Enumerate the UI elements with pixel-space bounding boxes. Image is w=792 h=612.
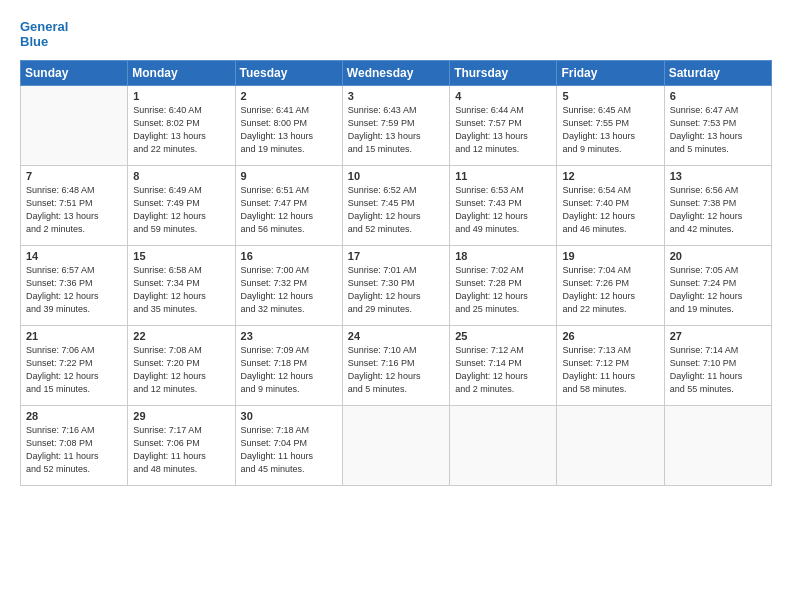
day-info: Sunrise: 7:01 AM Sunset: 7:30 PM Dayligh…: [348, 264, 444, 316]
calendar-cell: 29Sunrise: 7:17 AM Sunset: 7:06 PM Dayli…: [128, 405, 235, 485]
calendar-cell: 15Sunrise: 6:58 AM Sunset: 7:34 PM Dayli…: [128, 245, 235, 325]
day-number: 8: [133, 170, 229, 182]
calendar-header-row: SundayMondayTuesdayWednesdayThursdayFrid…: [21, 60, 772, 85]
day-info: Sunrise: 6:45 AM Sunset: 7:55 PM Dayligh…: [562, 104, 658, 156]
calendar-cell: 7Sunrise: 6:48 AM Sunset: 7:51 PM Daylig…: [21, 165, 128, 245]
day-info: Sunrise: 6:51 AM Sunset: 7:47 PM Dayligh…: [241, 184, 337, 236]
calendar-cell: 16Sunrise: 7:00 AM Sunset: 7:32 PM Dayli…: [235, 245, 342, 325]
logo: General Blue GeneralBlue: [20, 20, 68, 50]
day-number: 27: [670, 330, 766, 342]
calendar-cell: [450, 405, 557, 485]
header: General Blue GeneralBlue: [20, 16, 772, 50]
day-number: 2: [241, 90, 337, 102]
calendar-table: SundayMondayTuesdayWednesdayThursdayFrid…: [20, 60, 772, 486]
day-info: Sunrise: 6:49 AM Sunset: 7:49 PM Dayligh…: [133, 184, 229, 236]
day-number: 20: [670, 250, 766, 262]
day-info: Sunrise: 7:09 AM Sunset: 7:18 PM Dayligh…: [241, 344, 337, 396]
calendar-cell: 30Sunrise: 7:18 AM Sunset: 7:04 PM Dayli…: [235, 405, 342, 485]
day-info: Sunrise: 6:58 AM Sunset: 7:34 PM Dayligh…: [133, 264, 229, 316]
calendar-cell: 22Sunrise: 7:08 AM Sunset: 7:20 PM Dayli…: [128, 325, 235, 405]
day-header-thursday: Thursday: [450, 60, 557, 85]
day-info: Sunrise: 7:12 AM Sunset: 7:14 PM Dayligh…: [455, 344, 551, 396]
calendar-cell: 3Sunrise: 6:43 AM Sunset: 7:59 PM Daylig…: [342, 85, 449, 165]
day-number: 29: [133, 410, 229, 422]
calendar-cell: 21Sunrise: 7:06 AM Sunset: 7:22 PM Dayli…: [21, 325, 128, 405]
calendar-cell: 13Sunrise: 6:56 AM Sunset: 7:38 PM Dayli…: [664, 165, 771, 245]
calendar-week-4: 21Sunrise: 7:06 AM Sunset: 7:22 PM Dayli…: [21, 325, 772, 405]
day-number: 12: [562, 170, 658, 182]
day-number: 25: [455, 330, 551, 342]
day-info: Sunrise: 7:14 AM Sunset: 7:10 PM Dayligh…: [670, 344, 766, 396]
day-number: 19: [562, 250, 658, 262]
day-number: 17: [348, 250, 444, 262]
day-number: 7: [26, 170, 122, 182]
day-info: Sunrise: 7:05 AM Sunset: 7:24 PM Dayligh…: [670, 264, 766, 316]
day-number: 28: [26, 410, 122, 422]
day-number: 16: [241, 250, 337, 262]
day-number: 15: [133, 250, 229, 262]
day-info: Sunrise: 6:52 AM Sunset: 7:45 PM Dayligh…: [348, 184, 444, 236]
day-info: Sunrise: 6:43 AM Sunset: 7:59 PM Dayligh…: [348, 104, 444, 156]
day-header-sunday: Sunday: [21, 60, 128, 85]
calendar-cell: 11Sunrise: 6:53 AM Sunset: 7:43 PM Dayli…: [450, 165, 557, 245]
calendar-cell: [557, 405, 664, 485]
calendar-cell: 10Sunrise: 6:52 AM Sunset: 7:45 PM Dayli…: [342, 165, 449, 245]
calendar-week-1: 1Sunrise: 6:40 AM Sunset: 8:02 PM Daylig…: [21, 85, 772, 165]
day-number: 3: [348, 90, 444, 102]
page: General Blue GeneralBlue SundayMondayTue…: [0, 0, 792, 612]
day-number: 10: [348, 170, 444, 182]
calendar-cell: 2Sunrise: 6:41 AM Sunset: 8:00 PM Daylig…: [235, 85, 342, 165]
calendar-cell: 18Sunrise: 7:02 AM Sunset: 7:28 PM Dayli…: [450, 245, 557, 325]
day-info: Sunrise: 6:47 AM Sunset: 7:53 PM Dayligh…: [670, 104, 766, 156]
calendar-cell: 24Sunrise: 7:10 AM Sunset: 7:16 PM Dayli…: [342, 325, 449, 405]
calendar-cell: 25Sunrise: 7:12 AM Sunset: 7:14 PM Dayli…: [450, 325, 557, 405]
calendar-cell: 8Sunrise: 6:49 AM Sunset: 7:49 PM Daylig…: [128, 165, 235, 245]
calendar-cell: 1Sunrise: 6:40 AM Sunset: 8:02 PM Daylig…: [128, 85, 235, 165]
day-number: 22: [133, 330, 229, 342]
day-info: Sunrise: 7:08 AM Sunset: 7:20 PM Dayligh…: [133, 344, 229, 396]
day-number: 18: [455, 250, 551, 262]
day-info: Sunrise: 6:44 AM Sunset: 7:57 PM Dayligh…: [455, 104, 551, 156]
day-number: 9: [241, 170, 337, 182]
day-info: Sunrise: 6:41 AM Sunset: 8:00 PM Dayligh…: [241, 104, 337, 156]
day-header-friday: Friday: [557, 60, 664, 85]
day-info: Sunrise: 7:02 AM Sunset: 7:28 PM Dayligh…: [455, 264, 551, 316]
day-number: 5: [562, 90, 658, 102]
day-header-monday: Monday: [128, 60, 235, 85]
day-number: 6: [670, 90, 766, 102]
calendar-week-2: 7Sunrise: 6:48 AM Sunset: 7:51 PM Daylig…: [21, 165, 772, 245]
day-number: 4: [455, 90, 551, 102]
day-header-wednesday: Wednesday: [342, 60, 449, 85]
calendar-cell: [664, 405, 771, 485]
day-info: Sunrise: 6:56 AM Sunset: 7:38 PM Dayligh…: [670, 184, 766, 236]
calendar-cell: [21, 85, 128, 165]
day-header-saturday: Saturday: [664, 60, 771, 85]
day-info: Sunrise: 7:10 AM Sunset: 7:16 PM Dayligh…: [348, 344, 444, 396]
calendar-week-3: 14Sunrise: 6:57 AM Sunset: 7:36 PM Dayli…: [21, 245, 772, 325]
calendar-cell: [342, 405, 449, 485]
day-info: Sunrise: 7:17 AM Sunset: 7:06 PM Dayligh…: [133, 424, 229, 476]
calendar-cell: 6Sunrise: 6:47 AM Sunset: 7:53 PM Daylig…: [664, 85, 771, 165]
calendar-week-5: 28Sunrise: 7:16 AM Sunset: 7:08 PM Dayli…: [21, 405, 772, 485]
day-header-tuesday: Tuesday: [235, 60, 342, 85]
day-number: 30: [241, 410, 337, 422]
calendar-cell: 23Sunrise: 7:09 AM Sunset: 7:18 PM Dayli…: [235, 325, 342, 405]
day-info: Sunrise: 7:16 AM Sunset: 7:08 PM Dayligh…: [26, 424, 122, 476]
calendar-cell: 4Sunrise: 6:44 AM Sunset: 7:57 PM Daylig…: [450, 85, 557, 165]
calendar-cell: 20Sunrise: 7:05 AM Sunset: 7:24 PM Dayli…: [664, 245, 771, 325]
day-number: 24: [348, 330, 444, 342]
day-info: Sunrise: 7:06 AM Sunset: 7:22 PM Dayligh…: [26, 344, 122, 396]
calendar-cell: 17Sunrise: 7:01 AM Sunset: 7:30 PM Dayli…: [342, 245, 449, 325]
day-info: Sunrise: 6:53 AM Sunset: 7:43 PM Dayligh…: [455, 184, 551, 236]
calendar-cell: 19Sunrise: 7:04 AM Sunset: 7:26 PM Dayli…: [557, 245, 664, 325]
day-info: Sunrise: 6:40 AM Sunset: 8:02 PM Dayligh…: [133, 104, 229, 156]
day-number: 13: [670, 170, 766, 182]
logo-text: GeneralBlue: [20, 20, 68, 50]
calendar-cell: 5Sunrise: 6:45 AM Sunset: 7:55 PM Daylig…: [557, 85, 664, 165]
day-info: Sunrise: 6:57 AM Sunset: 7:36 PM Dayligh…: [26, 264, 122, 316]
day-number: 21: [26, 330, 122, 342]
day-info: Sunrise: 7:00 AM Sunset: 7:32 PM Dayligh…: [241, 264, 337, 316]
day-info: Sunrise: 7:04 AM Sunset: 7:26 PM Dayligh…: [562, 264, 658, 316]
day-number: 26: [562, 330, 658, 342]
day-number: 14: [26, 250, 122, 262]
